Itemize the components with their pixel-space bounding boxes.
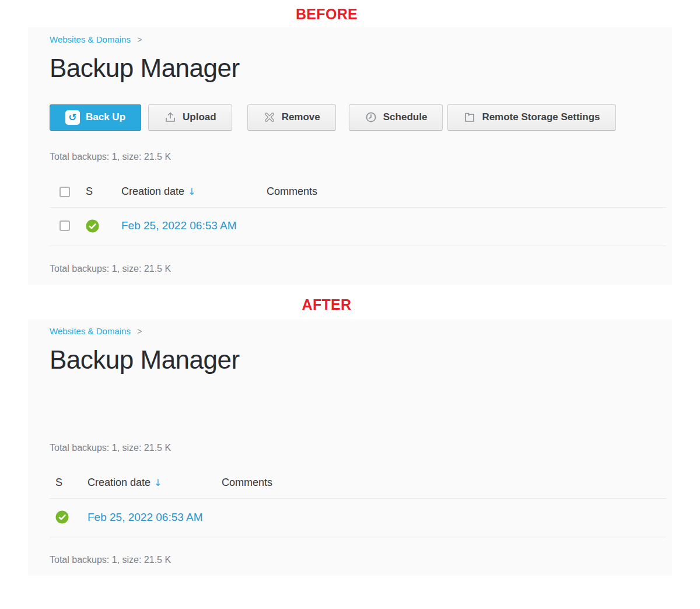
row-comments-cell <box>216 499 666 537</box>
back-up-button-label: Back Up <box>86 111 125 123</box>
status-column-header: S <box>50 468 82 499</box>
breadcrumb-separator-icon: > <box>137 327 142 336</box>
before-panel: Websites & Domains > Backup Manager ↺ Ba… <box>28 27 672 285</box>
backup-icon: ↺ <box>65 110 80 125</box>
creation-date-column-header: Creation date↓ <box>82 468 216 499</box>
page-title: Backup Manager <box>50 345 666 375</box>
backup-row: Feb 25, 2022 06:53 AM <box>50 499 666 537</box>
row-date-cell: Feb 25, 2022 06:53 AM <box>111 207 257 246</box>
upload-icon <box>164 111 177 124</box>
page-title: Backup Manager <box>50 54 666 83</box>
toolbar-removed-space <box>50 396 666 422</box>
row-date-cell: Feb 25, 2022 06:53 AM <box>82 499 216 537</box>
backups-table: S Creation date↓ Comments <box>50 468 666 537</box>
creation-date-column-header: Creation date↓ <box>111 177 257 208</box>
backup-date-link[interactable]: Feb 25, 2022 06:53 AM <box>88 511 203 523</box>
row-comments-cell <box>257 207 666 246</box>
backup-summary-bottom: Total backups: 1, size: 21.5 K <box>50 264 666 274</box>
breadcrumb: Websites & Domains > <box>50 325 666 337</box>
sort-desc-icon: ↓ <box>154 477 162 488</box>
remove-icon <box>263 111 276 124</box>
table-header-row: S Creation date↓ Comments <box>50 177 666 208</box>
folder-icon <box>463 111 476 124</box>
after-label: AFTER <box>0 285 653 314</box>
upload-button[interactable]: Upload <box>148 104 232 131</box>
comments-column-header: Comments <box>257 177 666 208</box>
comments-column-header: Comments <box>216 468 666 499</box>
row-select-cell <box>50 207 76 246</box>
after-panel: Websites & Domains > Backup Manager Tota… <box>28 319 672 576</box>
row-status-cell <box>76 207 111 246</box>
remote-storage-settings-button[interactable]: Remote Storage Settings <box>447 104 615 131</box>
backup-row: Feb 25, 2022 06:53 AM <box>50 207 666 246</box>
select-all-checkbox[interactable] <box>60 187 70 197</box>
breadcrumb-separator-icon: > <box>137 35 142 44</box>
backup-date-link[interactable]: Feb 25, 2022 06:53 AM <box>121 219 237 232</box>
ok-status-icon <box>86 219 106 233</box>
toolbar: ↺ Back Up Upload Remove <box>50 104 666 131</box>
remove-button[interactable]: Remove <box>247 104 336 131</box>
breadcrumb-link-websites-domains[interactable]: Websites & Domains <box>50 34 131 44</box>
table-header-row: S Creation date↓ Comments <box>50 468 666 499</box>
remote-storage-settings-button-label: Remote Storage Settings <box>482 111 600 123</box>
backups-table: S Creation date↓ Comments <box>50 177 666 246</box>
sort-desc-icon: ↓ <box>188 186 195 197</box>
upload-button-label: Upload <box>183 111 216 123</box>
backup-summary-bottom: Total backups: 1, size: 21.5 K <box>50 555 666 565</box>
backup-summary-top: Total backups: 1, size: 21.5 K <box>50 443 666 453</box>
remove-button-label: Remove <box>282 111 320 123</box>
creation-date-sort-link[interactable]: Creation date <box>121 186 184 197</box>
schedule-button-label: Schedule <box>383 111 428 123</box>
breadcrumb-link-websites-domains[interactable]: Websites & Domains <box>50 326 131 336</box>
schedule-icon <box>365 111 377 124</box>
select-all-cell <box>50 177 76 208</box>
row-checkbox[interactable] <box>60 220 70 231</box>
back-up-button[interactable]: ↺ Back Up <box>50 104 141 131</box>
ok-status-icon <box>55 510 76 524</box>
breadcrumb: Websites & Domains > <box>50 33 666 45</box>
schedule-button[interactable]: Schedule <box>349 104 443 131</box>
creation-date-sort-link[interactable]: Creation date <box>88 477 150 488</box>
status-column-header: S <box>76 177 111 208</box>
backup-summary-top: Total backups: 1, size: 21.5 K <box>50 152 666 162</box>
row-status-cell <box>50 499 82 537</box>
before-label: BEFORE <box>0 0 653 23</box>
